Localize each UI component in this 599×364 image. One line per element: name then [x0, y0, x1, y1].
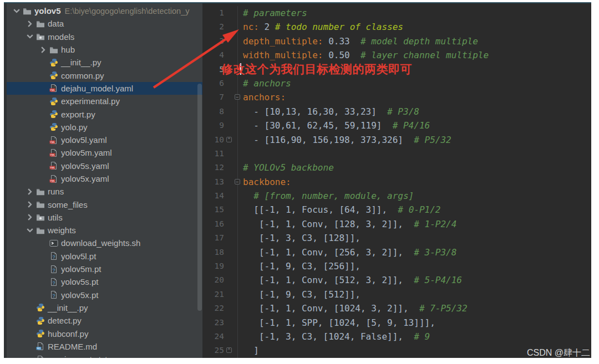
fold-collapse-icon[interactable]: −: [235, 179, 240, 184]
chevron-right-icon[interactable]: [26, 187, 34, 196]
tree-item-weights[interactable]: weights: [7, 224, 202, 237]
line-number: 17: [202, 231, 237, 245]
chevron-down-icon[interactable]: [12, 7, 21, 16]
editor-line[interactable]: 18 [-1, 1, Conv, [256, 3, 2]], # 3-P3/8: [202, 245, 591, 259]
code-text[interactable]: # anchors: [237, 76, 591, 90]
editor-line[interactable]: 9 - [30,61, 62,45, 59,119] # P4/16: [202, 119, 591, 132]
code-text[interactable]: - [10,13, 16,30, 33,23] # P3/8: [237, 105, 591, 119]
editor-line[interactable]: 12# YOLOv5 backbone: [202, 161, 591, 175]
tree-item-detect-py[interactable]: detect.py: [7, 314, 202, 327]
code-text[interactable]: anchors:: [237, 90, 591, 104]
tree-item-requirements-txt[interactable]: requirements.txt: [7, 353, 202, 358]
editor-line[interactable]: 1# parameters: [202, 6, 591, 20]
tree-item-readme-md[interactable]: MDREADME.md: [7, 340, 202, 353]
chevron-down-icon[interactable]: [26, 226, 34, 235]
code-text[interactable]: # parameters: [237, 6, 591, 20]
fold-region-icon[interactable]: ^: [226, 137, 232, 142]
code-text[interactable]: [-1, 1, Conv, [128, 3, 2]], # 1-P2/4: [237, 217, 591, 231]
tree-item-utils[interactable]: utils: [7, 211, 202, 224]
code-text[interactable]: width_multiple: 0.50 # layer channel mul…: [237, 48, 591, 62]
tree-item-yolov5l-yaml[interactable]: YMLyolov5l.yaml: [7, 134, 202, 146]
editor-line[interactable]: 4width_multiple: 0.50 # layer channel mu…: [202, 48, 591, 62]
svg-text:YML: YML: [49, 141, 55, 143]
tree-item--init-py[interactable]: __init__.py: [7, 56, 202, 69]
tree-item-yolov5l-pt[interactable]: ?yolov5l.pt: [7, 250, 202, 263]
editor-line[interactable]: 10 - [116,90, 156,198, 373,326] # P5/32^: [202, 133, 591, 147]
tree-item-yolov5x-yaml[interactable]: YMLyolov5x.yaml: [7, 172, 202, 185]
tree-item-yolov5x-pt[interactable]: ?yolov5x.pt: [7, 289, 202, 301]
tree-item-yolov5s-yaml[interactable]: YMLyolov5s.yaml: [7, 160, 202, 172]
editor-pane[interactable]: 1# parameters2nc: 2 # todo number of cla…: [202, 6, 591, 358]
code-text[interactable]: [-1, 1, Conv, [1024, 3, 2]], # 7-P5/32: [237, 301, 591, 315]
tree-item-runs[interactable]: runs: [7, 185, 202, 198]
editor-line[interactable]: 16 [-1, 1, Conv, [128, 3, 2]], # 1-P2/4: [202, 217, 591, 231]
editor-line[interactable]: 23 [-1, 1, SPP, [1024, [5, 9, 13]]],: [202, 316, 591, 330]
code-text[interactable]: - [30,61, 62,45, 59,119] # P4/16: [237, 119, 591, 132]
editor-line[interactable]: 24 [-1, 3, C3, [1024, False]], # 9: [202, 330, 591, 344]
yaml-file-icon: YML: [49, 175, 58, 183]
chevron-right-icon[interactable]: [26, 200, 34, 209]
tree-item--init-py[interactable]: __init__.py: [7, 301, 202, 314]
tree-item-yolov5m-pt[interactable]: ?yolov5m.pt: [7, 263, 202, 275]
code-text[interactable]: [-1, 9, C3, [256]],: [237, 259, 591, 273]
tree-item-experimental-py[interactable]: experimental.py: [7, 95, 202, 107]
code-text[interactable]: [-1, 3, C3, [1024, False]], # 9: [237, 330, 591, 344]
tree-item-hubconf-py[interactable]: hubconf.py: [7, 327, 202, 340]
editor-line[interactable]: 21 [-1, 9, C3, [512]],: [202, 288, 591, 301]
tree-item-download-weights-sh[interactable]: download_weights.sh: [7, 237, 202, 249]
code-text[interactable]: [-1, 3, C3, [128]],: [237, 231, 591, 245]
editor-line[interactable]: 15 [[-1, 1, Focus, [64, 3]], # 0-P1/2: [202, 203, 591, 217]
watermark: CSDN @肆十二: [527, 347, 590, 359]
tree-item-some-files[interactable]: some_files: [7, 198, 202, 211]
fold-region-icon[interactable]: ^: [226, 347, 232, 353]
tree-item-data[interactable]: data: [7, 17, 202, 30]
line-number: 12: [202, 161, 237, 175]
code-text[interactable]: nc: 2 # todo number of classes: [237, 20, 591, 34]
chevron-down-icon[interactable]: [26, 32, 34, 41]
tree-item-models[interactable]: models: [7, 30, 202, 43]
code-text[interactable]: [-1, 1, SPP, [1024, [5, 9, 13]]],: [237, 316, 591, 330]
editor-line[interactable]: 14 # [from, number, module, args]: [202, 189, 591, 203]
editor-line[interactable]: 7anchors:−: [202, 90, 591, 104]
code-text[interactable]: [-1, 9, C3, [512]],: [237, 288, 591, 301]
code-text[interactable]: [237, 147, 591, 161]
editor-line[interactable]: 8 - [10,13, 16,30, 33,23] # P3/8: [202, 105, 591, 119]
tree-item-yolov5s-pt[interactable]: ?yolov5s.pt: [7, 275, 202, 288]
code-text[interactable]: [-1, 1, Conv, [256, 3, 2]], # 3-P3/8: [237, 245, 591, 259]
tree-item-label: yolov5: [34, 6, 61, 16]
chevron-right-icon[interactable]: [39, 45, 48, 54]
tree-item-yolov5m-yaml[interactable]: YMLyolov5m.yaml: [7, 146, 202, 159]
editor-line[interactable]: 3depth_multiple: 0.33 # model depth mult…: [202, 34, 591, 48]
editor-line[interactable]: 22 [-1, 1, Conv, [1024, 3, 2]], # 7-P5/3…: [202, 301, 591, 315]
code-text[interactable]: [[-1, 1, Focus, [64, 3]], # 0-P1/2: [237, 203, 591, 217]
editor-line[interactable]: 2nc: 2 # todo number of classes: [202, 20, 591, 34]
tree-item-label: hub: [61, 45, 75, 54]
tree-item-yolov5[interactable]: yolov5E:\biye\gogogo\english\detection_y: [7, 4, 202, 17]
editor-line[interactable]: 6# anchors: [202, 76, 591, 90]
editor-line[interactable]: 19 [-1, 9, C3, [256]],: [202, 259, 591, 273]
tree-item-hub[interactable]: hub: [7, 43, 202, 56]
tree-item-dejahu-model-yaml[interactable]: YMLdejahu_model.yaml: [7, 82, 202, 95]
chevron-right-icon[interactable]: [26, 213, 34, 222]
editor-line[interactable]: 17 [-1, 3, C3, [128]],: [202, 231, 591, 245]
editor-line[interactable]: 11: [202, 147, 591, 161]
tree-scrollbar[interactable]: [197, 84, 202, 311]
yaml-file-icon: YML: [49, 136, 58, 145]
tree-item-common-py[interactable]: common.py: [7, 69, 202, 81]
editor-line[interactable]: 13backbone:−: [202, 175, 591, 189]
tree-item-label: yolov5s.yaml: [61, 161, 109, 171]
code-text[interactable]: - [116,90, 156,198, 373,326] # P5/32: [237, 133, 591, 147]
editor-line[interactable]: 20 [-1, 1, Conv, [512, 3, 2]], # 5-P4/16: [202, 273, 591, 287]
tree-item-export-py[interactable]: export.py: [7, 107, 202, 120]
chevron-right-icon[interactable]: [26, 19, 34, 28]
project-tree[interactable]: yolov5E:\biye\gogogo\english\detection_y…: [7, 3, 202, 358]
code-text[interactable]: [-1, 1, Conv, [512, 3, 2]], # 5-P4/16: [237, 273, 591, 287]
code-text[interactable]: # YOLOv5 backbone: [237, 161, 591, 175]
fold-collapse-icon[interactable]: −: [235, 94, 240, 100]
tree-item-yolo-py[interactable]: yolo.py: [7, 121, 202, 134]
code-text[interactable]: # [from, number, module, args]: [237, 189, 591, 203]
code-text[interactable]: depth_multiple: 0.33 # model depth multi…: [237, 34, 591, 48]
pt-weights-file-icon: ?: [49, 290, 58, 299]
tree-item-label: weights: [48, 225, 76, 235]
code-text[interactable]: backbone:: [237, 175, 591, 189]
